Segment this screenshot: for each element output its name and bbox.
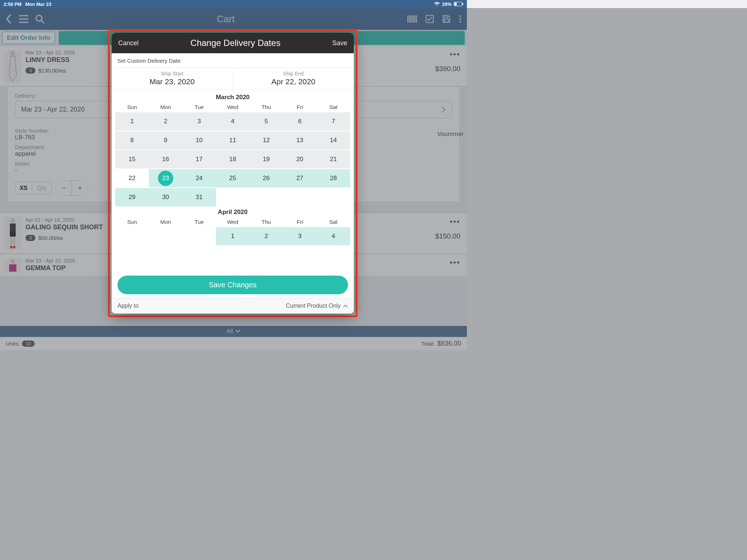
cancel-button[interactable]: Cancel [118, 39, 139, 47]
calendar-day-headers: SunMonTueWedThuFriSat [115, 217, 350, 226]
department: apparel [15, 150, 50, 158]
calendar-grid-april: 1234 [115, 226, 350, 245]
svg-point-7 [460, 15, 461, 17]
save-button[interactable]: Save [332, 39, 347, 47]
calendar-day[interactable]: 10 [182, 131, 216, 149]
calendar-month-title: March 2020 [115, 92, 350, 102]
back-icon[interactable] [5, 14, 12, 24]
calendar-day[interactable]: 1 [115, 112, 149, 131]
svg-point-10 [11, 51, 15, 55]
calendar-day[interactable]: 16 [149, 149, 182, 168]
calendar-day[interactable]: 28 [317, 168, 350, 187]
calendar-day[interactable]: 29 [115, 187, 149, 206]
save-disk-icon[interactable] [442, 15, 451, 23]
calendar-day[interactable]: 6 [283, 112, 317, 131]
calendar-day[interactable]: 14 [317, 131, 350, 149]
row-more-icon[interactable]: ••• [450, 258, 460, 267]
calendar-dow: Sat [317, 104, 350, 110]
svg-point-8 [460, 18, 461, 20]
more-vertical-icon[interactable] [459, 15, 462, 23]
calendar-dow: Tue [182, 219, 216, 225]
svg-rect-6 [444, 19, 449, 22]
svg-rect-14 [11, 237, 12, 246]
save-changes-button[interactable]: Save Changes [117, 276, 348, 294]
calendar-month-title: April 2020 [115, 206, 350, 217]
calendar-day[interactable]: 4 [317, 226, 350, 245]
style-number-label: Style Number: [15, 128, 50, 134]
calendar-day[interactable]: 11 [216, 131, 249, 149]
calendar-day[interactable]: 19 [249, 149, 283, 168]
svg-point-9 [460, 21, 461, 23]
ship-end-label: Ship End [233, 71, 354, 77]
calendar-day[interactable]: 12 [249, 131, 283, 149]
calendar-day[interactable]: 30 [149, 187, 182, 206]
calendar-day[interactable]: 9 [149, 131, 182, 149]
filter-bar[interactable]: All [0, 326, 467, 337]
ship-end-column[interactable]: Ship End Apr 22, 2020 [233, 68, 354, 90]
calendar-day[interactable]: 25 [216, 168, 249, 187]
custom-date-label: Set Custom Delivery Date: [112, 53, 354, 68]
units-label: Units: [6, 341, 20, 347]
notes-label: Notes: [15, 160, 50, 167]
calendar-day[interactable]: 23 [149, 168, 182, 187]
calendar-day[interactable]: 2 [149, 112, 182, 131]
chevron-right-icon [441, 106, 446, 113]
calendar-day[interactable]: 18 [216, 149, 249, 168]
calendar-dow: Mon [149, 104, 182, 110]
calendar-day [283, 187, 317, 206]
calendar-day[interactable]: 22 [115, 168, 149, 187]
status-bar: 2:58 PM Mon Mar 23 28% [0, 0, 467, 8]
calendar-day[interactable]: 31 [182, 187, 216, 206]
svg-rect-16 [10, 246, 12, 248]
calendar-day[interactable]: 2 [249, 226, 283, 245]
svg-rect-19 [9, 264, 16, 272]
calendar-day[interactable]: 3 [283, 226, 317, 245]
footer-bar: Units: 10 Total: $836.00 [0, 337, 467, 350]
ship-start-column[interactable]: Ship Start Mar 23, 2020 [112, 68, 233, 90]
menu-icon[interactable] [19, 15, 28, 23]
calendar-day[interactable]: 1 [216, 226, 249, 245]
qty-minus-button[interactable]: − [56, 181, 72, 195]
calendar-day[interactable]: 13 [283, 131, 317, 149]
line-total: $150.00 [435, 232, 460, 240]
price-each: $130.00/ea [38, 67, 66, 74]
calendar-day[interactable]: 26 [249, 168, 283, 187]
calendar-day[interactable]: 20 [283, 149, 317, 168]
svg-rect-13 [10, 232, 16, 237]
units-count: 10 [22, 341, 34, 347]
calendar-dow: Sun [115, 219, 149, 225]
ship-start-label: Ship Start [112, 71, 233, 77]
apply-to-row[interactable]: Apply to Current Product Only [112, 298, 354, 314]
row-more-icon[interactable]: ••• [450, 217, 460, 226]
apply-to-label: Apply to [117, 303, 139, 309]
qty-plus-button[interactable]: + [72, 181, 88, 195]
calendar-day[interactable]: 15 [115, 149, 149, 168]
barcode-icon[interactable] [407, 15, 417, 23]
calendar-day [216, 187, 249, 206]
product-thumbnail [4, 217, 21, 250]
modal-title: Change Delivery Dates [139, 38, 332, 48]
calendar-day[interactable]: 17 [182, 149, 216, 168]
size-qty-chip[interactable]: XS Qty [15, 182, 52, 195]
calendar-day[interactable]: 27 [283, 168, 317, 187]
row-more-icon[interactable]: ••• [450, 50, 460, 59]
ship-end-value: Apr 22, 2020 [233, 77, 354, 86]
calendar-day[interactable]: 7 [317, 112, 350, 131]
qty-pill: 3 [26, 67, 35, 74]
calendar-day[interactable]: 4 [216, 112, 249, 131]
svg-rect-1 [454, 3, 457, 5]
size-label: XS [15, 182, 32, 194]
edit-order-info-button[interactable]: Edit Order Info [2, 32, 55, 44]
battery-icon [454, 2, 463, 6]
calendar-day[interactable]: 8 [115, 131, 149, 149]
chevron-up-icon [343, 304, 348, 308]
calendar-dow: Sun [115, 104, 149, 110]
search-icon[interactable] [35, 14, 44, 24]
calendar-day[interactable]: 5 [249, 112, 283, 131]
calendar-day[interactable]: 21 [317, 149, 350, 168]
checkbox-icon[interactable] [425, 15, 434, 23]
calendar-day[interactable]: 24 [182, 168, 216, 187]
calendar-grid-march: 1234567891011121314151617181920212223242… [115, 112, 350, 206]
price-each: $50.00/ea [38, 235, 63, 241]
calendar-day[interactable]: 3 [182, 112, 216, 131]
